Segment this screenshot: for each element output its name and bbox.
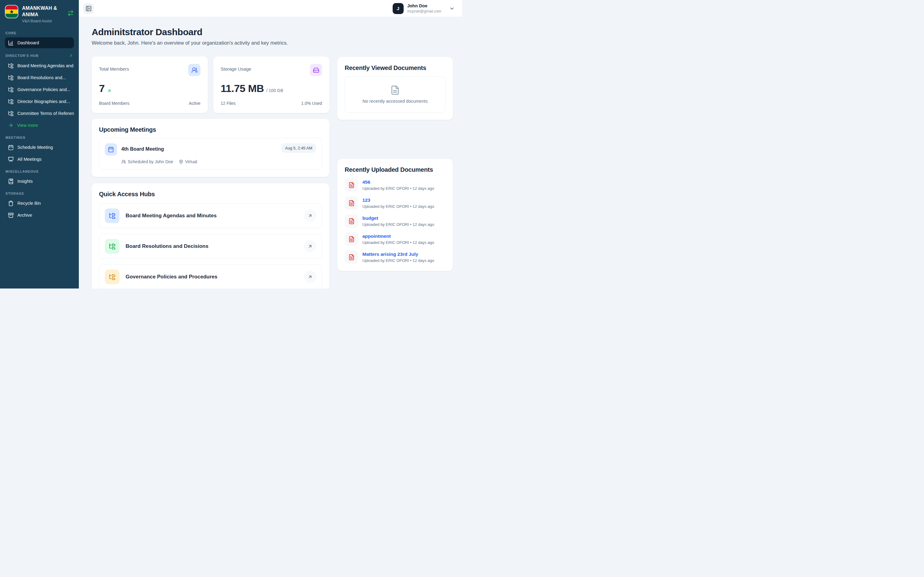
arrow-up-right-icon	[304, 210, 316, 222]
meeting-item[interactable]: 4th Board Meeting Aug 5, 2:45 AM Schedul…	[99, 138, 322, 169]
recently-uploaded-card: Recently Uploaded Documents 456 Uploaded…	[337, 159, 453, 271]
sidebar-item-label: Board Meeting Agendas and...	[18, 63, 74, 68]
users-icon	[121, 160, 126, 164]
uploaded-doc-list: 456 Uploaded by ERIC OFORI • 12 days ago…	[344, 178, 446, 264]
storage-usage-card: Storage Usage 11.75 MB / 100 GB 12 Files…	[213, 56, 329, 113]
list-item: budget Uploaded by ERIC OFORI • 12 days …	[344, 214, 446, 228]
user-email: mcprah@gmail.com	[407, 9, 441, 13]
doc-link[interactable]: budget	[362, 216, 434, 221]
chevron-down-icon	[449, 6, 455, 11]
doc-meta: Uploaded by ERIC OFORI • 12 days ago	[362, 186, 434, 191]
folder-tree-icon	[8, 63, 14, 69]
view-more-link[interactable]: View more	[5, 120, 74, 131]
calendar-check-icon	[8, 145, 14, 150]
sidebar-item-schedule-meeting[interactable]: Schedule Meeting	[5, 142, 74, 153]
switch-organization-icon[interactable]	[67, 10, 74, 16]
empty-state-text: No recently accessed documents	[362, 99, 428, 103]
sidebar-item-governance-policies[interactable]: Governance Policies and...	[5, 84, 74, 95]
chevron-right-icon[interactable]	[69, 53, 73, 58]
main-column: J John Doe mcprah@gmail.com Adminitstrat…	[79, 0, 462, 288]
quick-access-hubs-card: Quick Access Hubs Board Meeting Agendas …	[92, 184, 329, 288]
folder-tree-icon	[105, 239, 119, 254]
folder-tree-icon	[8, 99, 14, 105]
doc-meta: Uploaded by ERIC OFORI • 12 days ago	[362, 258, 434, 263]
folder-tree-icon	[8, 87, 14, 93]
hub-row-board-meeting-agendas[interactable]: Board Meeting Agendas and Minutes	[99, 203, 322, 228]
sidebar-item-director-biographies[interactable]: Director Biographies and...	[5, 96, 74, 107]
stat-footer-left: Board Members	[99, 101, 130, 106]
sidebar-item-board-meeting-agendas[interactable]: Board Meeting Agendas and...	[5, 60, 74, 71]
empty-state: No recently accessed documents	[344, 76, 446, 113]
dashboard-content: Adminitstrator Dashboard Welcome back, J…	[79, 17, 462, 288]
users-icon	[188, 64, 200, 76]
section-label-storage: STORAGE	[5, 192, 74, 195]
sidebar-item-dashboard[interactable]: Dashboard	[5, 37, 74, 48]
meeting-datetime-badge: Aug 5, 2:45 AM	[281, 143, 316, 153]
sidebar-item-insights[interactable]: Insights	[5, 176, 74, 187]
sidebar-item-label: All Meetings	[18, 157, 42, 162]
file-text-icon	[344, 250, 358, 264]
hub-row-governance-policies[interactable]: Governance Policies and Procedures	[99, 264, 322, 288]
sidebar: ★ AMANKWAH & ANIMA V&A Board Assist CORE…	[0, 0, 79, 288]
stat-title: Storage Usage	[221, 64, 251, 71]
members-count: 7	[99, 82, 105, 94]
folder-tree-icon	[8, 111, 14, 116]
doc-meta: Uploaded by ERIC OFORI • 12 days ago	[362, 222, 434, 227]
storage-quota: / 100 GB	[266, 88, 283, 93]
sidebar-item-label: Schedule Meeting	[18, 145, 53, 150]
recently-viewed-card: Recently Viewed Documents No recently ac…	[337, 57, 453, 120]
sidebar-item-label: Insights	[18, 179, 33, 184]
file-text-icon	[344, 196, 358, 210]
arrow-up-right-icon	[304, 271, 316, 283]
calendar-icon	[105, 143, 117, 156]
archive-icon	[8, 213, 14, 218]
page-title: Adminitstrator Dashboard	[92, 27, 329, 37]
hub-label: Board Meeting Agendas and Minutes	[126, 213, 304, 219]
trend-up-icon	[107, 89, 111, 93]
hard-drive-icon	[310, 64, 322, 76]
doc-link[interactable]: 123	[362, 197, 434, 203]
brand-subtitle: V&A Board Assist	[22, 19, 64, 23]
book-marked-icon	[8, 179, 14, 184]
folder-tree-icon	[105, 208, 119, 223]
doc-link[interactable]: Matters arising 23rd July	[362, 251, 434, 257]
page-subtitle: Welcome back, John. Here's an overview o…	[92, 40, 329, 46]
left-column: Adminitstrator Dashboard Welcome back, J…	[92, 27, 329, 288]
topbar: J John Doe mcprah@gmail.com	[79, 0, 462, 17]
brand-title: AMANKWAH & ANIMA	[22, 5, 59, 18]
sidebar-item-label: Recycle Bin	[18, 201, 41, 206]
sidebar-item-label: Director Biographies and...	[18, 99, 70, 104]
user-menu[interactable]: J John Doe mcprah@gmail.com	[393, 3, 455, 14]
doc-link[interactable]: 456	[362, 179, 434, 185]
meeting-name: 4th Board Meeting	[121, 143, 164, 152]
doc-meta: Uploaded by ERIC OFORI • 12 days ago	[362, 204, 434, 209]
section-label-core: CORE	[5, 31, 74, 35]
sidebar-item-committee-terms[interactable]: Committee Terms of Referenc...	[5, 108, 74, 119]
storage-used-value: 11.75 MB	[221, 82, 264, 94]
doc-link[interactable]: appointment	[362, 234, 434, 239]
panel-left-close-icon	[85, 5, 92, 11]
section-label-directors-hub[interactable]: DIRECTOR'S HUB	[5, 53, 74, 58]
folder-tree-icon	[105, 269, 119, 284]
upcoming-meetings-card: Upcoming Meetings 4th Board Meeting Aug …	[92, 119, 329, 177]
sidebar-item-archive[interactable]: Archive	[5, 210, 74, 221]
sidebar-item-recycle-bin[interactable]: Recycle Bin	[5, 198, 74, 209]
hub-row-board-resolutions[interactable]: Board Resolutions and Decisions	[99, 234, 322, 259]
ghana-flag-logo: ★	[5, 5, 18, 18]
file-text-icon	[344, 232, 358, 246]
chart-column-icon	[8, 40, 14, 46]
total-members-card: Total Members 7 Board Memb	[92, 56, 208, 113]
sidebar-collapse-button[interactable]	[84, 3, 94, 14]
arrow-up-right-icon	[304, 240, 316, 253]
file-text-icon	[344, 214, 358, 228]
card-title: Recently Uploaded Documents	[344, 166, 446, 173]
stat-footer-left: 12 Files	[221, 101, 236, 106]
presentation-icon	[8, 156, 14, 162]
meeting-scheduled-by: Scheduled by John Doe	[128, 159, 173, 164]
sidebar-item-board-resolutions[interactable]: Board Resolutions and...	[5, 72, 74, 83]
stat-footer-right: Active	[189, 101, 200, 106]
list-item: 456 Uploaded by ERIC OFORI • 12 days ago	[344, 178, 446, 192]
file-text-icon	[344, 178, 358, 192]
sidebar-item-all-meetings[interactable]: All Meetings	[5, 154, 74, 165]
card-title: Quick Access Hubs	[99, 191, 322, 198]
